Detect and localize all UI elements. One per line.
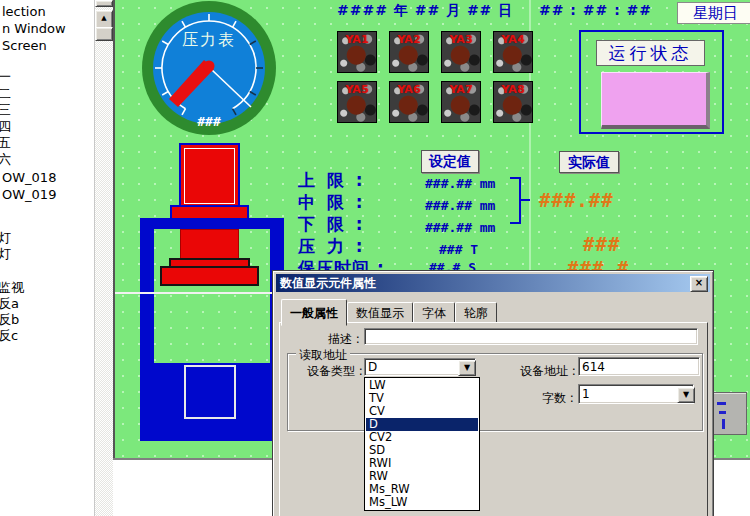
tab-numeric-display[interactable]: 数值显示 [347, 302, 413, 323]
limit-row-label: 下 限 : [298, 213, 366, 236]
press-frame-left-leg [140, 229, 154, 441]
valve-button[interactable]: YA6 [389, 81, 429, 123]
tab-font[interactable]: 字体 [413, 302, 455, 323]
valve-button[interactable]: YA4 [493, 31, 533, 73]
chevron-down-icon[interactable]: ▼ [677, 387, 695, 403]
project-tree-panel: lection n Window Screen 一 二 三 四 五 六 OW_0… [0, 0, 94, 516]
valve-button[interactable]: YA1 [337, 31, 377, 73]
weekday-display: 星期日 [677, 2, 750, 24]
dropdown-option[interactable]: CV [366, 405, 478, 418]
valve-button[interactable]: YA2 [389, 31, 429, 73]
tree-item[interactable]: 六 [0, 151, 11, 169]
tree-item[interactable]: Screen [2, 38, 47, 53]
pressure-gauge-widget: 压力表 ### [139, 0, 279, 140]
description-label: 描述 : [328, 331, 360, 348]
brace-mid [521, 199, 530, 201]
set-value-field[interactable]: ###.## mm [425, 176, 495, 191]
gauge-title: 压力表 [182, 30, 236, 49]
tab-general-properties[interactable]: 一般属性 [281, 299, 347, 326]
tree-item[interactable]: 一 [0, 68, 11, 86]
tree-item[interactable]: 五 [0, 134, 11, 152]
time-display: ## : ## : ## [539, 2, 652, 18]
dropdown-option[interactable]: Ms_LW [366, 496, 478, 509]
gauge-needle-hub [204, 61, 215, 72]
tree-item[interactable]: 灯 [0, 245, 11, 263]
scrollbar-partial-button[interactable] [95, 0, 113, 7]
press-ram [180, 229, 239, 260]
valve-button[interactable]: YA8 [493, 81, 533, 123]
tree-item[interactable]: OW_018 [2, 170, 56, 185]
word-count-label: 字数 : [542, 390, 574, 407]
description-input[interactable] [364, 328, 698, 345]
valve-button[interactable]: YA3 [441, 31, 481, 73]
run-status-indicator[interactable] [601, 72, 710, 129]
partially-hidden-button[interactable] [712, 392, 747, 435]
limit-row-label: 上 限 : [298, 169, 366, 192]
set-value-field[interactable]: ###.## mm [425, 220, 495, 235]
actual-value-field[interactable]: ### [583, 233, 620, 255]
tree-item[interactable]: 反c [0, 327, 18, 345]
hmi-editor-window: lection n Window Screen 一 二 三 四 五 六 OW_0… [0, 0, 750, 516]
numeric-display-properties-dialog: 数值显示元件属性 × 一般属性 数值显示 字体 轮廓 描述 : 读取地址 设备类… [272, 270, 714, 516]
tree-item[interactable]: OW_019 [2, 187, 56, 202]
actual-value-field[interactable]: ###.## [539, 189, 614, 211]
chevron-down-icon[interactable]: ▼ [458, 360, 476, 376]
press-base [160, 266, 259, 286]
press-frame-top-bar [140, 218, 284, 229]
run-status-title: 运行状态 [596, 40, 705, 66]
dialog-titlebar[interactable]: 数值显示元件属性 [276, 274, 710, 292]
date-display: #### 年 ## 月 ## 日 [337, 2, 513, 20]
oil-tank [154, 363, 282, 439]
valve-button[interactable]: YA5 [337, 81, 377, 123]
limit-row-label: 中 限 : [298, 191, 366, 214]
run-status-panel: 运行状态 [579, 30, 724, 134]
tree-item[interactable]: n Window [2, 21, 66, 36]
scrollbar-thumb[interactable] [95, 27, 113, 41]
hidden-button-glyph [719, 411, 726, 414]
read-address-group-label: 读取地址 [296, 347, 350, 364]
close-icon[interactable]: × [690, 276, 708, 292]
gauge-value: ### [197, 114, 221, 129]
limit-row-label: 压 力 : [298, 235, 366, 258]
tab-outline[interactable]: 轮廓 [455, 302, 497, 323]
tree-item[interactable]: 三 [0, 101, 11, 119]
hidden-button-glyph [717, 402, 726, 405]
brace-bottom [510, 222, 520, 224]
set-value-field[interactable]: ### T [439, 242, 478, 257]
actual-value-header: 实际值 [559, 151, 619, 173]
press-top-block-inner-line [184, 148, 235, 204]
valve-button[interactable]: YA7 [441, 81, 481, 123]
tree-scrollbar[interactable]: ▲ [94, 0, 113, 516]
oil-tank-window [184, 365, 236, 419]
device-type-dropdown-list: LW TV CV D CV2 SD RWI RW Ms_RW Ms_LW [364, 377, 480, 511]
device-address-label: 设备地址 : [520, 363, 576, 380]
hidden-button-glyph [722, 419, 725, 429]
dialog-tab-strip: 一般属性 数值显示 字体 轮廓 [281, 302, 497, 323]
press-top-block [179, 143, 240, 209]
device-address-input[interactable] [578, 357, 700, 376]
device-type-label: 设备类型 : [307, 363, 363, 380]
set-value-header: 设定值 [421, 150, 479, 173]
tree-item[interactable]: lection [2, 4, 46, 19]
set-value-field[interactable]: ###.## mm [425, 198, 495, 213]
